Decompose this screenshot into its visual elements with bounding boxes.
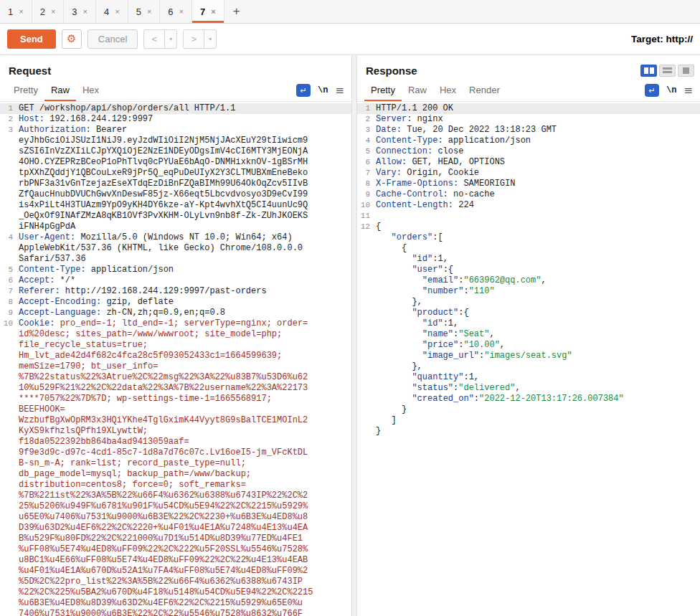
editor-line[interactable]: 1HTTP/1.1 200 OK [357, 103, 700, 114]
editor-line[interactable]: "id":1, [357, 254, 700, 265]
editor-line[interactable]: B%u529F%u80FD%22%2C%221000%u7D1%u514D%u8… [0, 534, 351, 544]
editor-line[interactable]: u65E0%u7406%u7531%u9000%u6B3E%22%2C%2230… [0, 512, 351, 523]
editor-line[interactable]: 9Cache-Control: no-cache [357, 189, 700, 200]
editor-line[interactable]: %22%2C%225%u5BA2%u670D%u4F18%u5148%u54CD… [0, 587, 351, 598]
editor-line[interactable]: 8Accept-Encoding: gzip, deflate [0, 297, 351, 308]
editor-line[interactable]: ] [357, 415, 700, 426]
editor-line[interactable]: }, [357, 297, 700, 308]
editor-line[interactable]: rbPNF3a31vGnTzejazEseXTdqEzDiBnFZQaBIMh9… [0, 179, 351, 189]
editor-line[interactable]: "name":"Seat", [357, 329, 700, 340]
tab-hex[interactable]: Hex [76, 80, 105, 101]
tab-close-icon[interactable]: × [211, 7, 215, 16]
editor-line[interactable]: KyXS9kfhzlsQPfh19XLywttW; [0, 426, 351, 437]
editor-line[interactable]: "status":"delivered", [357, 383, 700, 394]
prev-request-dropdown[interactable]: ▾ [165, 29, 177, 49]
prettify-icon[interactable]: ↵ [296, 84, 311, 97]
editor-line[interactable]: "created_on":"2022-12-20T13:17:26.007384… [357, 394, 700, 404]
editor-line[interactable]: "id":1, [357, 318, 700, 329]
editor-line[interactable]: is4xPiLt4H3TUAzm9YpO9yKH4DY6kze-aY-Kpt4w… [0, 200, 351, 211]
editor-line[interactable]: AppleWebKit/537.36 (KHTML, like Gecko) C… [0, 243, 351, 254]
editor-line[interactable]: ZfQaucHnubDVUChGwvXnDeswF85jz-X66eqt5Lbc… [0, 189, 351, 200]
tab-hex[interactable]: Hex [433, 80, 463, 101]
send-button[interactable]: Send [7, 29, 56, 49]
editor-line[interactable]: db_page_model=mysql; backup_path=/www/ba… [0, 469, 351, 480]
editor-line[interactable]: Safari/537.36 [0, 254, 351, 265]
prettify-icon[interactable]: ↵ [645, 84, 659, 97]
tab-pretty[interactable]: Pretty [7, 80, 44, 101]
editor-line[interactable]: "email":"663962@qq.com", [357, 275, 700, 286]
editor-line[interactable]: %7B%22status%22%3Atrue%2C%22msg%22%3A%22… [0, 372, 351, 383]
editor-line[interactable]: 1GET /workshop/api/shop/orders/all HTTP/… [0, 103, 351, 114]
editor-line[interactable]: %u6B3E%u4ED8%u8D39%u63D2%u4EF6%22%2C%221… [0, 598, 351, 609]
editor-line[interactable]: 4Content-Type: application/json [357, 136, 700, 146]
editor-line[interactable]: 4User-Agent: Mozilla/5.0 (Windows NT 10.… [0, 232, 351, 243]
next-request-dropdown[interactable]: ▾ [204, 29, 217, 49]
tab-close-icon[interactable]: × [179, 7, 184, 16]
editor-line[interactable]: "user":{ [357, 265, 700, 275]
repeater-tab-5[interactable]: 5× [128, 0, 161, 23]
cancel-button[interactable]: Cancel [88, 29, 138, 49]
editor-line[interactable]: 6Accept: */* [0, 275, 351, 286]
editor-line[interactable]: 10Cookie: pro_end=-1; ltd_end=-1; server… [0, 318, 351, 329]
tab-close-icon[interactable]: × [115, 7, 119, 16]
layout-rows-button[interactable] [659, 65, 676, 77]
tab-close-icon[interactable]: × [19, 7, 23, 16]
editor-line[interactable]: iFNH4pGgPdA [0, 222, 351, 232]
editor-line[interactable]: sZSI6InVzZXIiLCJpYXQiOjE2NzE1NDEyODgsImV… [0, 146, 351, 157]
editor-line[interactable]: f18da0522392bb864ba4ad9413059aaf= [0, 437, 351, 447]
editor-line[interactable]: memSize=1790; bt_user_info= [0, 361, 351, 372]
tab-close-icon[interactable]: × [51, 7, 55, 16]
repeater-tab-3[interactable]: 3× [64, 0, 96, 23]
editor-line[interactable]: 5Content-Type: application/json [0, 265, 351, 275]
editor-line[interactable]: WzzbufBgXwOpRM3x3HQiYKhe4TglGximK44Vyyt8… [0, 415, 351, 426]
editor-line[interactable]: 7Vary: Origin, Cookie [357, 168, 700, 179]
editor-menu-icon[interactable]: ≡ [684, 84, 693, 97]
request-editor[interactable]: 1GET /workshop/api/shop/orders/all HTTP/… [0, 102, 351, 616]
editor-line[interactable]: B-sn_m-A; rank=list; record_paste_type=n… [0, 458, 351, 469]
editor-line[interactable]: Hm_lvt_ade42d4f682c4fca28c5f093052433c1=… [0, 351, 351, 361]
show-newlines-toggle[interactable]: \n [318, 85, 328, 95]
editor-line[interactable]: ****7057%22%7D%7D; wp-settings-time-1=16… [0, 394, 351, 404]
tab-raw[interactable]: Raw [44, 80, 76, 101]
editor-line[interactable]: _OeQxOf9INAfZMzA8qKB1OVf3PvXKHM-OLyLvn9n… [0, 211, 351, 222]
editor-menu-icon[interactable]: ≡ [335, 84, 344, 97]
editor-line[interactable]: "product":{ [357, 308, 700, 318]
next-request-button[interactable]: > [183, 29, 204, 49]
tab-pretty[interactable]: Pretty [364, 80, 402, 101]
editor-line[interactable]: 9Accept-Language: zh-CN,zh;q=0.9,en;q=0.… [0, 308, 351, 318]
editor-line[interactable]: 3Authorization: Bearer [0, 125, 351, 136]
repeater-tab-2[interactable]: 2× [32, 0, 65, 23]
prev-request-button[interactable]: < [143, 29, 165, 49]
editor-line[interactable]: %uFF08%u5E74%u4ED8%uFF09%22%2C%222%u5F20… [0, 544, 351, 555]
editor-line[interactable]: 2Host: 192.168.244.129:9997 [0, 114, 351, 125]
editor-line[interactable]: D39%u63D2%u4EF6%22%2C%2220+%u4F01%u4E1A%… [0, 523, 351, 534]
editor-line[interactable]: id%20desc; sites_path=/www/wwwroot; site… [0, 329, 351, 340]
repeater-tab-7[interactable]: 7× [192, 0, 224, 23]
new-tab-button[interactable]: + [224, 0, 249, 23]
editor-line[interactable]: %u4F01%u4E1A%u670D%u52A1%u7FA4%uFF08%u5E… [0, 566, 351, 577]
editor-line[interactable]: u8BC1%u4E66%uFF08%u5E74%u4ED8%uFF09%22%2… [0, 555, 351, 566]
editor-line[interactable]: 10Content-Length: 224 [357, 200, 700, 211]
editor-line[interactable]: 10%u529F%21%22%2C%22data%22%3A%7B%22user… [0, 383, 351, 394]
editor-line[interactable]: 7Referer: http://192.168.244.129:9997/pa… [0, 286, 351, 297]
editor-line[interactable]: } [357, 426, 700, 437]
editor-line[interactable]: 11 [357, 211, 700, 222]
editor-line[interactable]: BEEFHOOK= [0, 404, 351, 415]
editor-line[interactable]: "image_url":"images/seat.svg" [357, 351, 700, 361]
editor-line[interactable]: }, [357, 361, 700, 372]
tab-close-icon[interactable]: × [147, 7, 151, 16]
panel-splitter[interactable] [351, 55, 357, 616]
layout-single-button[interactable] [678, 65, 694, 77]
editor-line[interactable]: 5Connection: close [357, 146, 700, 157]
layout-columns-button[interactable] [640, 65, 657, 77]
tab-close-icon[interactable]: × [83, 7, 88, 16]
editor-line[interactable]: %5D%2C%22pro_list%22%3A%5B%22%u66F4%u636… [0, 577, 351, 587]
tab-raw[interactable]: Raw [402, 80, 433, 101]
editor-line[interactable]: 12{ [357, 222, 700, 232]
editor-line[interactable]: 3Date: Tue, 20 Dec 2022 13:18:23 GMT [357, 125, 700, 136]
repeater-tab-4[interactable]: 4× [96, 0, 128, 23]
repeater-tab-6[interactable]: 6× [160, 0, 192, 23]
editor-line[interactable]: eyJhbGciOiJSUzI1NiJ9.eyJzdWIiOiI2NjM5NjJ… [0, 136, 351, 146]
editor-line[interactable]: "quantity":1, [357, 372, 700, 383]
editor-line[interactable]: 8X-Frame-Options: SAMEORIGIN [357, 179, 700, 189]
